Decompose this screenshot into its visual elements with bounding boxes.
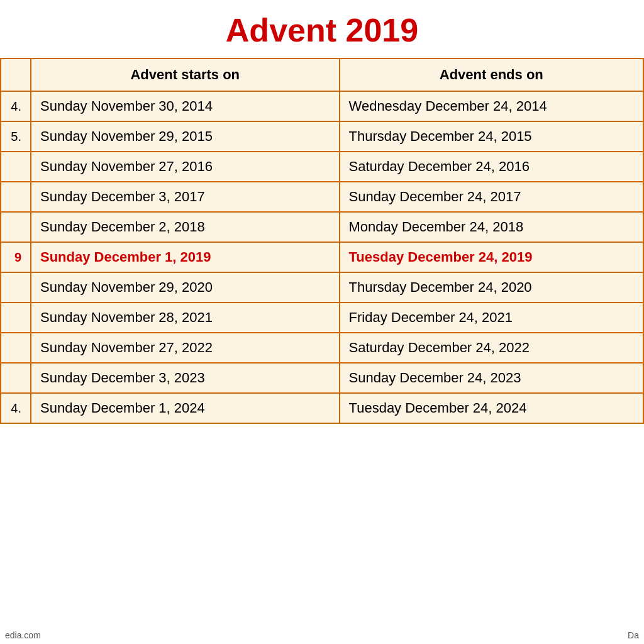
table-header-row: Advent starts on Advent ends on	[1, 58, 643, 91]
row-id: 5.	[1, 121, 31, 152]
row-start: Sunday November 28, 2021	[31, 303, 340, 333]
row-start: Sunday November 29, 2015	[31, 121, 340, 152]
row-id	[1, 303, 31, 333]
row-start: Sunday November 27, 2016	[31, 152, 340, 182]
row-end: Tuesday December 24, 2024	[340, 393, 643, 423]
row-end: Tuesday December 24, 2019	[340, 242, 643, 272]
row-end: Saturday December 24, 2016	[340, 152, 643, 182]
table-row: 9Sunday December 1, 2019Tuesday December…	[1, 242, 643, 272]
table-row: 4.Sunday December 1, 2024Tuesday Decembe…	[1, 393, 643, 423]
footer-left-text: edia.com	[5, 630, 41, 640]
table-row: 4.Sunday November 30, 2014Wednesday Dece…	[1, 91, 643, 121]
row-end: Sunday December 24, 2017	[340, 182, 643, 212]
row-id	[1, 333, 31, 363]
row-id	[1, 272, 31, 303]
row-start: Sunday December 3, 2023	[31, 363, 340, 393]
row-start: Sunday December 1, 2019	[31, 242, 340, 272]
table-row: Sunday November 29, 2020Thursday Decembe…	[1, 272, 643, 303]
footer-right-text: Da	[628, 630, 639, 640]
row-start: Sunday December 2, 2018	[31, 212, 340, 242]
footer-right: Da	[628, 630, 639, 640]
row-end: Sunday December 24, 2023	[340, 363, 643, 393]
table-row: Sunday November 27, 2022Saturday Decembe…	[1, 333, 643, 363]
row-end: Thursday December 24, 2020	[340, 272, 643, 303]
page-container: Advent 2019 Advent starts on Advent ends…	[0, 0, 644, 644]
row-start: Sunday November 30, 2014	[31, 91, 340, 121]
row-id	[1, 152, 31, 182]
advent-table: Advent starts on Advent ends on 4.Sunday…	[0, 58, 644, 424]
table-row: Sunday December 3, 2017Sunday December 2…	[1, 182, 643, 212]
page-title: Advent 2019	[0, 0, 644, 58]
table-row: Sunday December 3, 2023Sunday December 2…	[1, 363, 643, 393]
table-row: Sunday December 2, 2018Monday December 2…	[1, 212, 643, 242]
col-header-id	[1, 58, 31, 91]
row-end: Thursday December 24, 2015	[340, 121, 643, 152]
row-start: Sunday November 29, 2020	[31, 272, 340, 303]
table-row: Sunday November 28, 2021Friday December …	[1, 303, 643, 333]
table-wrapper: Advent starts on Advent ends on 4.Sunday…	[0, 58, 644, 424]
table-row: Sunday November 27, 2016Saturday Decembe…	[1, 152, 643, 182]
row-id: 4.	[1, 393, 31, 423]
table-row: 5.Sunday November 29, 2015Thursday Decem…	[1, 121, 643, 152]
row-end: Friday December 24, 2021	[340, 303, 643, 333]
row-id: 4.	[1, 91, 31, 121]
row-id: 9	[1, 242, 31, 272]
col-header-end: Advent ends on	[340, 58, 643, 91]
row-id	[1, 363, 31, 393]
row-end: Wednesday December 24, 2014	[340, 91, 643, 121]
row-start: Sunday November 27, 2022	[31, 333, 340, 363]
col-header-start: Advent starts on	[31, 58, 340, 91]
row-start: Sunday December 3, 2017	[31, 182, 340, 212]
row-id	[1, 182, 31, 212]
footer-left: edia.com	[5, 630, 41, 640]
row-id	[1, 212, 31, 242]
row-start: Sunday December 1, 2024	[31, 393, 340, 423]
row-end: Saturday December 24, 2022	[340, 333, 643, 363]
row-end: Monday December 24, 2018	[340, 212, 643, 242]
